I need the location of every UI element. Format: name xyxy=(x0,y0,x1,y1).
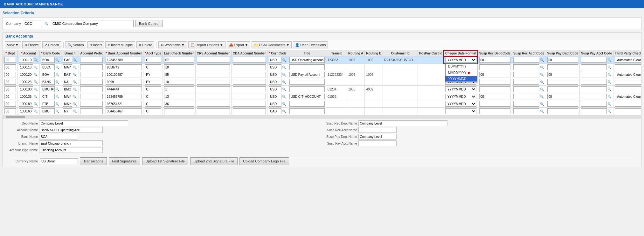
cell-search-icon[interactable]: 🔍 xyxy=(33,110,38,113)
input-cell[interactable] xyxy=(288,78,326,86)
input-cell[interactable] xyxy=(288,56,326,64)
input-cell[interactable]: 🔍 xyxy=(17,86,40,93)
bank-control-button[interactable]: Bank Control xyxy=(135,20,163,27)
cell-search-icon[interactable]: 🔍 xyxy=(281,58,287,62)
input-cell[interactable] xyxy=(195,108,231,115)
input-cell[interactable]: 🔍 xyxy=(580,71,613,78)
input-cell[interactable]: 🔍 xyxy=(512,78,546,86)
account-name-input[interactable] xyxy=(39,127,103,133)
input-cell[interactable] xyxy=(546,71,580,78)
cell-search-icon[interactable]: 🔍 xyxy=(33,102,38,106)
input-cell[interactable]: 🔍 xyxy=(17,93,40,100)
input-cell[interactable] xyxy=(143,71,163,78)
insert-button[interactable]: ✚ Insert xyxy=(87,41,104,48)
cell-search-icon[interactable]: 🔍 xyxy=(281,95,287,98)
input-cell[interactable] xyxy=(79,86,104,93)
cell-search-icon[interactable]: 🔍 xyxy=(72,66,77,69)
cell-search-icon[interactable]: 🔍 xyxy=(72,110,77,113)
input-cell[interactable] xyxy=(143,86,163,93)
insert-multiple-button[interactable]: ✚ Insert Multiple xyxy=(105,41,135,48)
cheque-date-cell[interactable]: YYYYMMDDDDMMYYYYMMDDYYYY xyxy=(444,93,478,100)
input-cell[interactable]: 🔍 xyxy=(61,86,79,93)
input-cell[interactable] xyxy=(231,71,267,78)
report-options-button[interactable]: 📋 Report Options ▼ xyxy=(188,41,225,48)
input-cell[interactable]: 🔍 xyxy=(580,64,613,71)
scrollbar-thumb[interactable] xyxy=(6,116,25,118)
cell-search-icon[interactable]: 🔍 xyxy=(539,95,544,98)
cell-search-icon[interactable]: 🔍 xyxy=(281,73,287,76)
cell-search-icon[interactable]: 🔍 xyxy=(72,73,77,76)
cell-search-icon[interactable]: 🔍 xyxy=(33,88,38,91)
input-cell[interactable]: 🔍 xyxy=(61,108,79,115)
cell-search-icon[interactable]: 🔍 xyxy=(539,66,544,69)
cell-search-icon[interactable]: 🔍 xyxy=(33,80,38,84)
input-cell[interactable]: 🔍 xyxy=(17,64,40,71)
user-extensions-button[interactable]: 👤 User Extensions xyxy=(293,41,328,48)
cell-search-icon[interactable]: 🔍 xyxy=(281,102,287,106)
search-button[interactable]: 🔍 Search xyxy=(66,41,86,48)
input-cell[interactable] xyxy=(231,56,267,64)
bank-name-input[interactable] xyxy=(39,134,77,139)
input-cell[interactable] xyxy=(79,71,104,78)
input-cell[interactable]: 🔍 xyxy=(40,64,61,71)
input-cell[interactable] xyxy=(478,108,512,115)
cheque-date-cell[interactable]: YYYYMMDDDDMMYYYYMMDDYYYY xyxy=(444,108,478,115)
transactions-button[interactable]: Transactions xyxy=(80,157,107,165)
susp-rec-acct-name-input[interactable] xyxy=(358,127,397,133)
input-cell[interactable] xyxy=(288,71,326,78)
select-cell[interactable]: Automated Clearing House xyxy=(613,64,641,71)
input-cell[interactable] xyxy=(3,71,17,78)
input-cell[interactable] xyxy=(163,93,195,100)
company-code-input[interactable] xyxy=(23,20,42,27)
input-cell[interactable] xyxy=(3,64,17,71)
cell-search-icon[interactable]: 🔍 xyxy=(55,58,60,62)
select-cell[interactable]: Automated Clearing House xyxy=(613,56,641,64)
dropdown-option[interactable]: DDMMYYYY xyxy=(446,64,477,69)
input-cell[interactable] xyxy=(143,100,163,108)
cell-search-icon[interactable]: 🔍 xyxy=(33,66,38,69)
company-name-input[interactable] xyxy=(51,20,134,27)
input-cell[interactable] xyxy=(288,86,326,93)
input-cell[interactable] xyxy=(79,78,104,86)
input-cell[interactable] xyxy=(163,64,195,71)
workflows-button[interactable]: ⚙ Workflows ▼ xyxy=(158,41,187,48)
cheque-date-select[interactable]: YYYYMMDDDDMMYYYYMMDDYYYY xyxy=(445,57,476,63)
input-cell[interactable] xyxy=(288,108,326,115)
input-cell[interactable]: 🔍 xyxy=(17,100,40,108)
input-cell[interactable] xyxy=(546,86,580,93)
input-cell[interactable]: 🔍 xyxy=(267,108,288,115)
input-cell[interactable] xyxy=(143,78,163,86)
cell-search-icon[interactable]: 🔍 xyxy=(607,73,612,76)
input-cell[interactable] xyxy=(546,78,580,86)
input-cell[interactable] xyxy=(3,78,17,86)
input-cell[interactable]: 🔍 xyxy=(17,108,40,115)
cell-search-icon[interactable]: 🔍 xyxy=(281,110,287,113)
input-cell[interactable] xyxy=(143,93,163,100)
bank-accounts-table-container[interactable]: * Dept * Account * Bank Code Branch Acco… xyxy=(3,50,641,115)
input-cell[interactable] xyxy=(478,100,512,108)
input-cell[interactable] xyxy=(3,86,17,93)
select-cell[interactable]: Automated Clearing House xyxy=(613,78,641,86)
input-cell[interactable] xyxy=(79,93,104,100)
cheque-date-select[interactable]: YYYYMMDDDDMMYYYYMMDDYYYY xyxy=(445,86,476,92)
input-cell[interactable] xyxy=(104,56,143,64)
cell-search-icon[interactable]: 🔍 xyxy=(539,73,544,76)
input-cell[interactable]: 🔍 xyxy=(17,78,40,86)
cell-search-icon[interactable]: 🔍 xyxy=(539,88,544,91)
dropdown-option[interactable]: MMDDYYYY▶ xyxy=(446,69,477,76)
input-cell[interactable] xyxy=(231,100,267,108)
dropdown-option[interactable]: YYYYMMDD xyxy=(446,76,477,82)
input-cell[interactable]: 🔍 xyxy=(40,93,61,100)
input-cell[interactable] xyxy=(478,78,512,86)
currency-name-input[interactable] xyxy=(40,158,78,164)
input-cell[interactable] xyxy=(195,71,231,78)
input-cell[interactable] xyxy=(104,64,143,71)
input-cell[interactable] xyxy=(546,56,580,64)
input-cell[interactable] xyxy=(104,71,143,78)
cell-search-icon[interactable]: 🔍 xyxy=(33,58,38,62)
input-cell[interactable]: 🔍 xyxy=(580,93,613,100)
input-cell[interactable] xyxy=(288,100,326,108)
cell-search-icon[interactable]: 🔍 xyxy=(607,80,612,84)
export-button[interactable]: 📤 Export ▼ xyxy=(227,41,251,48)
table-row[interactable]: 🔍🔍🔍🔍YYYYMMDDDDMMYYYYMMDDYYYY🔍🔍Automated … xyxy=(3,108,641,115)
